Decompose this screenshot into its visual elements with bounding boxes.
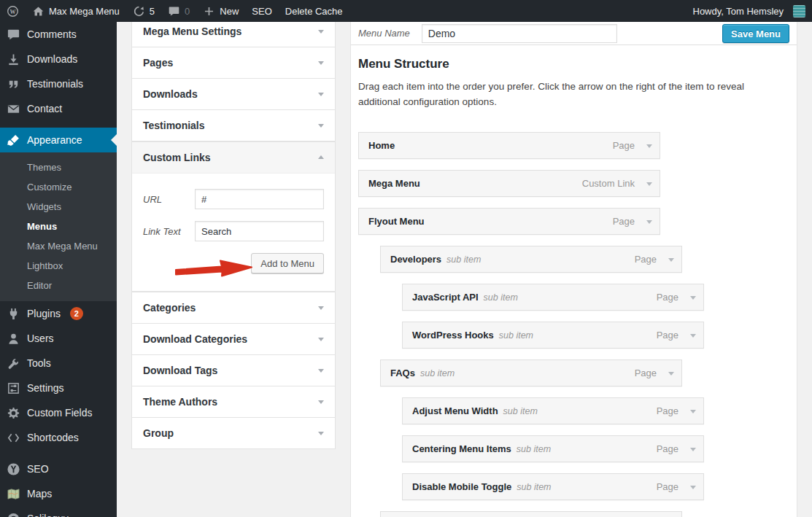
chevron-down-icon[interactable] bbox=[690, 334, 696, 341]
sidebar-item-label: Tools bbox=[27, 357, 51, 369]
panels-before: Mega Menu SettingsPagesDownloadsTestimon… bbox=[131, 15, 336, 141]
sidebar-item-soliloquy[interactable]: Soliloquy bbox=[0, 506, 117, 517]
chevron-down-icon[interactable] bbox=[690, 448, 696, 454]
sidebar-item-comments[interactable]: Comments bbox=[0, 22, 117, 47]
submenu-item-customize[interactable]: Customize bbox=[0, 177, 117, 197]
submenu-item-max-mega-menu[interactable]: Max Mega Menu bbox=[0, 236, 117, 256]
howdy-text: Howdy, Tom Hemsley bbox=[693, 6, 784, 17]
sub-item-label: sub item bbox=[499, 330, 533, 341]
menu-structure-body: Menu Structure Drag each item into the o… bbox=[351, 45, 797, 517]
accordion-header-theme-authors[interactable]: Theme Authors bbox=[132, 386, 335, 417]
sidebar-item-users[interactable]: Users bbox=[0, 326, 117, 351]
seo-menu[interactable]: SEO bbox=[245, 0, 278, 22]
save-menu-button[interactable]: Save Menu bbox=[722, 24, 789, 43]
accordion-header-pages[interactable]: Pages bbox=[132, 47, 335, 78]
menu-name-input[interactable] bbox=[422, 24, 617, 43]
accordion-header-downloads[interactable]: Downloads bbox=[132, 79, 335, 109]
menu-item-title: WordPress Hooks bbox=[412, 330, 494, 341]
sidebar-group: CommentsDownloadsTestimonialsContact bbox=[0, 22, 117, 121]
menu-item-wordpress-hooks[interactable]: WordPress Hookssub itemPage bbox=[402, 322, 704, 349]
menu-item-mega-menu[interactable]: Mega MenuCustom Link bbox=[358, 170, 660, 197]
accordion-title: Testimonials bbox=[143, 120, 205, 131]
sidebar-item-label: Settings bbox=[27, 382, 64, 394]
submenu-item-menus[interactable]: Menus bbox=[0, 217, 117, 236]
sidebar-item-maps[interactable]: Maps bbox=[0, 481, 117, 506]
sidebar-item-tools[interactable]: Tools bbox=[0, 351, 117, 376]
chevron-down-icon[interactable] bbox=[646, 144, 652, 151]
menu-item-partial[interactable] bbox=[380, 511, 682, 517]
sidebar-item-testimonials[interactable]: Testimonials bbox=[0, 71, 117, 96]
submenu-item-themes[interactable]: Themes bbox=[0, 158, 117, 177]
menu-item-type: Page bbox=[657, 292, 678, 303]
appearance-submenu: ThemesCustomizeWidgetsMenusMax Mega Menu… bbox=[0, 152, 117, 301]
delete-cache-label: Delete Cache bbox=[285, 6, 343, 17]
panel-pages: Pages bbox=[131, 47, 336, 79]
shortcodes-icon bbox=[7, 431, 20, 445]
sidebar-item-custom-fields[interactable]: Custom Fields bbox=[0, 400, 117, 425]
panel-theme-authors: Theme Authors bbox=[131, 386, 336, 418]
wp-logo-menu[interactable]: W bbox=[0, 0, 26, 22]
accordion-header-categories[interactable]: Categories bbox=[132, 292, 335, 323]
sidebar-item-label: Shortcodes bbox=[27, 432, 79, 443]
chevron-down-icon[interactable] bbox=[646, 220, 652, 227]
menu-item-flyout-menu[interactable]: Flyout MenuPage bbox=[358, 208, 660, 235]
chevron-down-icon[interactable] bbox=[690, 486, 696, 492]
accordion-title: Group bbox=[143, 427, 174, 439]
chevron-down-icon bbox=[318, 338, 324, 344]
sidebar-item-plugins[interactable]: Plugins2 bbox=[0, 301, 117, 326]
menu-item-javascript-api[interactable]: JavaScript APIsub itemPage bbox=[402, 284, 704, 311]
updates-menu[interactable]: 5 bbox=[126, 0, 161, 22]
site-menu[interactable]: Max Mega Menu bbox=[26, 0, 126, 22]
url-label: URL bbox=[143, 194, 195, 205]
chevron-down-icon[interactable] bbox=[646, 182, 652, 189]
users-icon bbox=[7, 332, 20, 346]
sidebar-item-label: Downloads bbox=[27, 53, 77, 65]
menu-item-faqs[interactable]: FAQssub itemPage bbox=[380, 359, 682, 386]
admin-sidebar: CommentsDownloadsTestimonialsContactAppe… bbox=[0, 22, 117, 517]
submenu-item-lightbox[interactable]: Lightbox bbox=[0, 256, 117, 276]
sidebar-item-label: Custom Fields bbox=[27, 407, 92, 419]
my-account-menu[interactable]: Howdy, Tom Hemsley bbox=[687, 0, 812, 22]
accordion-header-download-categories[interactable]: Download Categories bbox=[132, 324, 335, 354]
menu-item-type: Page bbox=[657, 443, 678, 454]
chevron-down-icon bbox=[318, 124, 324, 131]
comments-menu[interactable]: 0 bbox=[161, 0, 196, 22]
gear-icon bbox=[7, 406, 20, 420]
accordion-header-group[interactable]: Group bbox=[132, 418, 335, 448]
chevron-down-icon[interactable] bbox=[668, 372, 674, 378]
chevron-down-icon[interactable] bbox=[690, 296, 696, 303]
accordion-header-download-tags[interactable]: Download Tags bbox=[132, 355, 335, 386]
accordion-title: Download Categories bbox=[143, 333, 247, 345]
sidebar-item-contact[interactable]: Contact bbox=[0, 96, 117, 121]
menu-item-home[interactable]: HomePage bbox=[358, 132, 660, 159]
sidebar-item-settings[interactable]: Settings bbox=[0, 376, 117, 400]
accordion-header-testimonials[interactable]: Testimonials bbox=[132, 110, 335, 141]
sidebar-item-appearance[interactable]: Appearance bbox=[0, 128, 117, 152]
add-to-menu-button[interactable]: Add to Menu bbox=[251, 253, 324, 273]
sidebar-item-seo[interactable]: SEO bbox=[0, 456, 117, 481]
plugins-icon bbox=[7, 307, 20, 321]
accordion-title: Theme Authors bbox=[143, 396, 217, 408]
sub-item-label: sub item bbox=[517, 482, 551, 492]
comments-icon bbox=[7, 28, 20, 42]
menu-item-title: Developers bbox=[390, 254, 441, 265]
home-icon bbox=[32, 5, 45, 18]
menu-item-developers[interactable]: Developerssub itemPage bbox=[380, 246, 682, 273]
submenu-item-editor[interactable]: Editor bbox=[0, 276, 117, 295]
menu-item-centering-menu-items[interactable]: Centering Menu Itemssub itemPage bbox=[402, 435, 704, 462]
chevron-down-icon[interactable] bbox=[668, 258, 674, 265]
link-text-input[interactable] bbox=[195, 221, 324, 241]
accordion-header-custom-links[interactable]: Custom Links bbox=[132, 142, 335, 173]
chevron-down-icon[interactable] bbox=[690, 410, 696, 416]
new-content-menu[interactable]: New bbox=[196, 0, 245, 22]
submenu-item-widgets[interactable]: Widgets bbox=[0, 197, 117, 217]
menu-editor-panel: Menu Name Save Menu Menu Structure Drag … bbox=[350, 22, 797, 517]
delete-cache-menu[interactable]: Delete Cache bbox=[279, 0, 349, 22]
accordion-title: Download Tags bbox=[143, 365, 217, 376]
menu-item-disable-mobile-toggle[interactable]: Disable Mobile Togglesub itemPage bbox=[402, 473, 704, 500]
menu-item-adjust-menu-width[interactable]: Adjust Menu Widthsub itemPage bbox=[402, 397, 704, 424]
url-input[interactable] bbox=[195, 189, 324, 209]
menu-item-type: Custom Link bbox=[582, 178, 635, 189]
sidebar-item-shortcodes[interactable]: Shortcodes bbox=[0, 425, 117, 450]
sidebar-item-downloads[interactable]: Downloads bbox=[0, 47, 117, 71]
